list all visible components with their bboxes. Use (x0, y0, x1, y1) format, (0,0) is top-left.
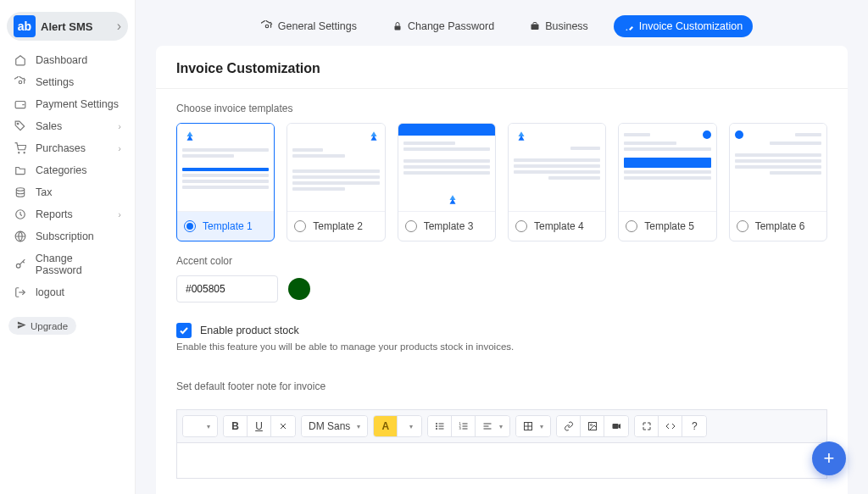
style-dropdown[interactable]: ▾ (183, 416, 217, 436)
unordered-list-button[interactable] (428, 416, 452, 436)
brand-switcher[interactable]: ab Alert SMS › (7, 12, 128, 41)
template-label: Template 5 (644, 220, 694, 232)
sidebar-item-change-password[interactable]: Change Password (5, 247, 130, 281)
template-card-6[interactable]: Template 6 (729, 123, 827, 241)
template-radio[interactable] (737, 220, 748, 232)
enable-stock-checkbox[interactable] (176, 323, 192, 338)
sidebar-item-subscription[interactable]: Subscription (5, 225, 130, 247)
svg-rect-17 (438, 429, 443, 430)
editor-textarea[interactable] (176, 443, 827, 479)
paragraph-align-dropdown[interactable]: ▾ (476, 416, 509, 436)
editor-help-button[interactable]: ? (682, 416, 706, 436)
paper-plane-icon (17, 320, 26, 331)
sidebar-item-reports[interactable]: Reports › (5, 203, 130, 225)
page-title: Invoice Customization (156, 61, 848, 89)
template-card-5[interactable]: Template 5 (618, 123, 716, 241)
font-color-button[interactable]: A (374, 416, 398, 436)
template-list: Template 1 Template 2 Template 3 Templat… (156, 123, 848, 241)
template-card-4[interactable]: Template 4 (508, 123, 606, 241)
tab-invoice-customization[interactable]: Invoice Customization (614, 15, 753, 37)
accent-color-swatch[interactable] (288, 278, 310, 300)
template-radio[interactable] (184, 220, 196, 232)
svg-marker-33 (619, 424, 621, 429)
coins-icon (14, 186, 27, 198)
template-radio[interactable] (626, 220, 637, 232)
video-button[interactable] (604, 416, 628, 436)
tag-icon (14, 120, 27, 132)
fullscreen-button[interactable] (635, 416, 659, 436)
sidebar-item-sales[interactable]: Sales › (5, 115, 130, 137)
svg-rect-19 (462, 424, 467, 425)
svg-point-9 (265, 25, 269, 28)
sidebar-item-label: Settings (36, 76, 74, 88)
chevron-right-icon: › (117, 19, 121, 34)
template-label: Template 6 (755, 220, 805, 232)
bold-button[interactable]: B (224, 416, 248, 436)
accent-color-input[interactable] (176, 275, 278, 303)
template-radio[interactable] (515, 220, 527, 232)
template-label: Template 4 (534, 220, 584, 232)
sidebar-item-categories[interactable]: Categories (5, 159, 130, 181)
font-family-label: DM Sans (309, 420, 350, 432)
sidebar-item-tax[interactable]: Tax (5, 181, 130, 203)
code-view-button[interactable] (659, 416, 682, 436)
template-thumbnail (287, 124, 384, 212)
briefcase-icon (530, 21, 540, 31)
svg-rect-26 (484, 429, 492, 430)
template-card-3[interactable]: Template 3 (398, 123, 496, 241)
sidebar-nav: Dashboard Settings Payment Settings Sale… (0, 49, 135, 303)
sidebar-item-label: Dashboard (36, 54, 87, 66)
underline-button[interactable]: U (248, 416, 271, 436)
sidebar-item-label: Categories (36, 164, 86, 176)
tab-business[interactable]: Business (520, 15, 598, 37)
brush-icon (624, 21, 634, 31)
chevron-right-icon: › (118, 121, 121, 131)
svg-rect-32 (613, 424, 619, 429)
template-label: Template 1 (203, 220, 253, 232)
footer-note-label: Set default footer note for invoice (156, 352, 848, 401)
enable-stock-help: Enable this feature you will be able to … (156, 341, 848, 352)
chevron-right-icon: › (118, 143, 121, 153)
gear-icon (14, 76, 27, 88)
template-label: Template 2 (313, 220, 363, 232)
font-family-dropdown[interactable]: DM Sans ▾ (302, 416, 367, 436)
ordered-list-button[interactable]: 123 (452, 416, 476, 436)
template-thumbnail (509, 124, 605, 212)
clear-format-button[interactable] (271, 416, 295, 436)
svg-rect-24 (484, 424, 492, 425)
template-card-2[interactable]: Template 2 (287, 123, 385, 241)
upgrade-button[interactable]: Upgrade (8, 317, 76, 335)
template-radio[interactable] (294, 220, 306, 232)
svg-rect-15 (438, 426, 443, 427)
svg-point-3 (19, 153, 19, 153)
sidebar-item-settings[interactable]: Settings (5, 71, 130, 93)
sidebar-item-dashboard[interactable]: Dashboard (5, 49, 130, 71)
template-card-1[interactable]: Template 1 (176, 123, 275, 241)
svg-rect-11 (531, 25, 539, 31)
tab-general-settings[interactable]: General Settings (251, 15, 367, 37)
image-button[interactable] (581, 416, 604, 436)
cart-icon (14, 142, 27, 154)
table-dropdown[interactable]: ▾ (516, 416, 550, 436)
font-color-caret[interactable]: ▾ (398, 416, 421, 436)
sidebar-item-label: Tax (36, 186, 52, 198)
sidebar-item-purchases[interactable]: Purchases › (5, 137, 130, 159)
fab-add-button[interactable]: + (812, 441, 846, 475)
accent-label: Accent color (156, 241, 848, 275)
sidebar-item-label: Sales (36, 120, 62, 132)
template-label: Template 3 (424, 220, 474, 232)
svg-point-5 (16, 188, 24, 191)
sidebar-item-payment-settings[interactable]: Payment Settings (5, 93, 130, 115)
tab-change-password[interactable]: Change Password (382, 15, 504, 37)
sidebar-item-logout[interactable]: logout (5, 281, 130, 303)
svg-rect-25 (484, 426, 489, 427)
tab-label: Change Password (408, 20, 494, 32)
template-radio[interactable] (405, 220, 417, 232)
link-button[interactable] (557, 416, 581, 436)
gear-icon (261, 20, 273, 32)
home-icon (14, 54, 27, 66)
sidebar-item-label: Reports (36, 208, 73, 220)
enable-stock-label: Enable product stock (200, 325, 299, 336)
logout-icon (14, 286, 27, 298)
editor-toolbar: ▾ B U DM Sans ▾ A (176, 409, 827, 443)
